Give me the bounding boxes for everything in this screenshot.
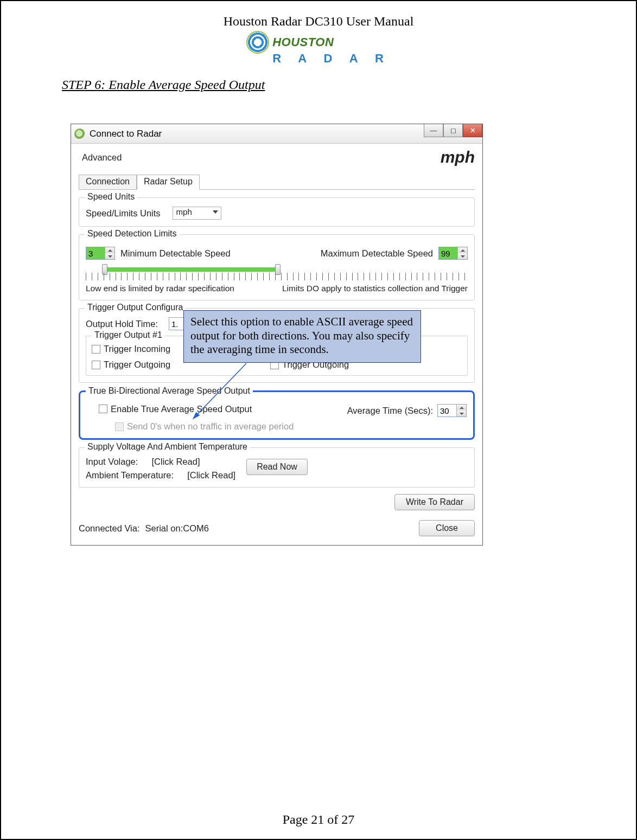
- label-enable-avg: Enable True Average Speed Output: [111, 404, 252, 414]
- units-indicator: mph: [441, 148, 475, 166]
- max-speed-input[interactable]: [439, 247, 457, 259]
- check-trigger-incoming-1[interactable]: [92, 345, 100, 354]
- annotation-callout: Select this option to enable ASCII avera…: [183, 310, 421, 363]
- chevron-down-icon: [213, 210, 218, 214]
- maximize-button[interactable]: ◻: [443, 124, 463, 137]
- menu-advanced[interactable]: Advanced: [82, 152, 122, 163]
- value-connected-via: Serial on:COM6: [145, 523, 209, 534]
- screenshot-app-window: Connect to Radar — ◻ ✕ Advanced mph Conn…: [71, 124, 483, 546]
- check-trigger-outgoing-1[interactable]: [92, 361, 100, 369]
- page-footer: Page 21 of 27: [1, 812, 636, 827]
- tab-strip: Connection Radar Setup: [79, 174, 475, 190]
- avg-time-input[interactable]: [438, 405, 456, 416]
- value-input-voltage: [Click Read]: [152, 457, 200, 467]
- brand-logo: HOUSTON R A D A R: [1, 31, 636, 66]
- label-input-voltage: Input Volage:: [86, 457, 138, 467]
- read-now-button[interactable]: Read Now: [246, 459, 308, 475]
- app-icon: [74, 129, 85, 139]
- document-title: Houston Radar DC310 User Manual: [1, 14, 636, 29]
- avg-time-stepper[interactable]: [437, 404, 467, 417]
- value-ambient-temp: [Click Read]: [187, 470, 235, 480]
- label-hold-time: Output Hold Time:: [86, 319, 158, 329]
- group-detection-limits: Speed Detection Limits Minimum Detectabl…: [79, 234, 475, 300]
- step-heading: STEP 6: Enable Average Speed Output: [62, 78, 636, 92]
- legend-trigger: Trigger Output Configura: [85, 303, 186, 312]
- group-speed-units: Speed Units Speed/Limits Units mph: [79, 197, 475, 227]
- legend-speed-units: Speed Units: [85, 192, 137, 202]
- close-button[interactable]: Close: [419, 520, 475, 536]
- min-speed-stepper[interactable]: [86, 247, 115, 260]
- note-low-end: Low end is limited by radar specificatio…: [86, 284, 234, 293]
- label-send-zeros: Send 0's when no traffic in average peri…: [127, 421, 294, 432]
- label-max-speed: Maximum Detectable Speed: [321, 248, 433, 259]
- label-ambient-temp: Ambient Temperature:: [86, 470, 174, 480]
- select-speed-units[interactable]: mph: [173, 207, 221, 220]
- legend-detection: Speed Detection Limits: [85, 229, 180, 239]
- window-title: Connect to Radar: [90, 129, 162, 139]
- label-connected-via: Connected Via:: [79, 523, 140, 534]
- write-to-radar-button[interactable]: Write To Radar: [394, 494, 475, 510]
- check-send-zeros: [115, 422, 124, 431]
- hold-time-input[interactable]: [169, 318, 184, 330]
- radar-wave-icon: [246, 31, 269, 54]
- tab-connection[interactable]: Connection: [79, 175, 137, 190]
- minimize-button[interactable]: —: [424, 124, 443, 137]
- group-supply-voltage: Supply Voltage And Ambient Temperature I…: [79, 447, 475, 488]
- label-min-speed: Minimum Detectable Speed: [120, 248, 231, 259]
- logo-text-radar: R A D A R: [272, 52, 391, 66]
- group-avg-speed-output: True Bi-Directional Average Speed Output…: [79, 390, 475, 440]
- tab-radar-setup[interactable]: Radar Setup: [137, 175, 200, 190]
- range-slider[interactable]: [86, 266, 468, 280]
- min-speed-input[interactable]: [86, 247, 105, 259]
- note-limits-apply: Limits DO apply to statistics collection…: [282, 284, 468, 293]
- label-speed-units: Speed/Limits Units: [86, 208, 161, 219]
- legend-trigger1: Trigger Output #1: [92, 330, 165, 340]
- window-titlebar: Connect to Radar — ◻ ✕: [71, 124, 482, 144]
- label-avg-time: Average Time (Secs):: [347, 406, 433, 416]
- document-page: Houston Radar DC310 User Manual HOUSTON …: [0, 0, 637, 840]
- legend-avg: True Bi-Directional Average Speed Output: [86, 386, 253, 396]
- logo-text-houston: HOUSTON: [272, 35, 334, 49]
- close-window-button[interactable]: ✕: [463, 124, 482, 137]
- max-speed-stepper[interactable]: [438, 247, 468, 260]
- check-enable-avg-output[interactable]: [99, 405, 107, 413]
- legend-supply: Supply Voltage And Ambient Temperature: [85, 442, 250, 452]
